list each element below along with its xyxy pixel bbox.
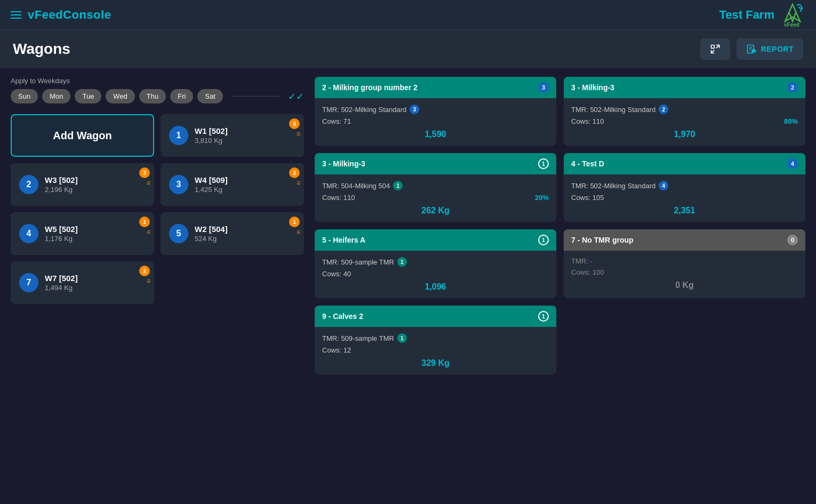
- group-card-3a[interactable]: 3 - Milking-3 2 TMR: 502-Milking Standar…: [564, 77, 805, 146]
- group-tmr-3b: TMR: 504-Milking 504: [322, 182, 390, 190]
- group-badge-9: 1: [538, 311, 549, 322]
- group-body-3a: TMR: 502-Milking Standard 2 Cows: 110 80…: [564, 98, 805, 146]
- wagon-card-3[interactable]: 3 W4 [509] 1,425 Kg 2 ≡: [161, 163, 304, 206]
- group-title-3a: 3 - Milking-3: [571, 83, 614, 92]
- report-button[interactable]: REPORT: [737, 38, 803, 60]
- group-tmr-badge-3b: 1: [393, 181, 403, 190]
- wagon-badge-5: 1 ≡: [289, 217, 300, 236]
- group-title-7: 7 - No TMR group: [571, 236, 634, 244]
- wagon-card-2[interactable]: 2 W3 [502] 2,196 Kg 3 ≡: [11, 163, 154, 206]
- weekday-mon[interactable]: Mon: [42, 89, 70, 103]
- wagon-number-2: 2: [19, 175, 38, 194]
- lines-icon-5: ≡: [297, 228, 300, 236]
- group-percent-3b: 20%: [535, 194, 549, 202]
- group-card-4[interactable]: 4 - Test D 4 TMR: 502-Milking Standard 4…: [564, 153, 805, 222]
- group-badge-3a: 2: [787, 82, 798, 93]
- group-cows-9: Cows: 12: [322, 346, 351, 354]
- group-tmr-row-4: TMR: 502-Milking Standard 4: [571, 181, 798, 190]
- wagon-badge-4: 1 ≡: [139, 217, 150, 236]
- app-title: vFeedConsole: [28, 8, 111, 22]
- group-tmr-badge-2: 3: [410, 105, 419, 114]
- group-amount-4: 2,351: [571, 206, 798, 215]
- group-tmr-4: TMR: 502-Milking Standard: [571, 182, 655, 190]
- top-navigation: vFeedConsole Test Farm vFeed: [0, 0, 816, 30]
- group-header-3a: 3 - Milking-3 2: [564, 77, 805, 98]
- wagon-number-1: 1: [169, 126, 188, 145]
- group-body-4: TMR: 502-Milking Standard 4 Cows: 105 2,…: [564, 174, 805, 222]
- group-tmr-3a: TMR: 502-Milking Standard: [571, 106, 655, 114]
- weekday-label: Apply to Weekdays: [11, 77, 304, 85]
- group-cows-2: Cows: 71: [322, 117, 351, 125]
- group-cows-5: Cows: 40: [322, 270, 351, 278]
- group-badge-5: 1: [538, 235, 549, 245]
- expand-button[interactable]: [700, 38, 730, 60]
- group-header-5: 5 - Heifers A 1: [315, 229, 556, 251]
- hamburger-icon[interactable]: [11, 11, 21, 19]
- group-cows-row-4: Cows: 105: [571, 194, 798, 202]
- group-tmr-badge-9: 1: [397, 333, 407, 343]
- wagon-card-1[interactable]: 1 W1 [502] 3,810 Kg 6 ≡: [161, 114, 304, 157]
- lines-icon-7: ≡: [147, 277, 150, 285]
- lines-icon-3: ≡: [297, 179, 300, 187]
- wagon-card-4[interactable]: 4 W5 [502] 1,176 Kg 1 ≡: [11, 212, 154, 255]
- svg-rect-1: [711, 45, 714, 49]
- wagon-weight-2: 2,196 Kg: [45, 186, 146, 194]
- group-card-9[interactable]: 9 - Calves 2 1 TMR: 509-sample TMR 1 Cow…: [315, 306, 556, 374]
- main-content: Apply to Weekdays Sun Mon Tue Wed Thu Fr…: [0, 68, 816, 383]
- weekday-fri[interactable]: Fri: [170, 89, 193, 103]
- right-panel: 2 - Milking group number 2 3 TMR: 502-Mi…: [315, 77, 805, 374]
- group-card-7[interactable]: 7 - No TMR group 0 TMR: - Cows: 100 0 Kg: [564, 229, 805, 298]
- group-title-2: 2 - Milking group number 2: [322, 83, 418, 92]
- wagon-number-7: 7: [19, 273, 38, 292]
- nav-right: Test Farm vFeed: [719, 2, 805, 28]
- wagon-number-5: 5: [169, 224, 188, 243]
- badge-count-2: 3: [139, 167, 150, 178]
- wagon-grid: Add Wagon 1 W1 [502] 3,810 Kg 6 ≡ 2 W3 […: [11, 114, 304, 304]
- wagon-card-7[interactable]: 7 W7 [502] 1,494 Kg 2 ≡: [11, 261, 154, 304]
- wagon-info-3: W4 [509] 1,425 Kg: [195, 175, 295, 194]
- group-body-7: TMR: - Cows: 100 0 Kg: [564, 251, 805, 297]
- group-cows-row-9: Cows: 12: [322, 346, 549, 354]
- wagon-name-7: W7 [502]: [45, 274, 146, 283]
- group-body-9: TMR: 509-sample TMR 1 Cows: 12 329 Kg: [315, 327, 556, 374]
- group-tmr-5: TMR: 509-sample TMR: [322, 258, 394, 266]
- farm-name: Test Farm: [719, 8, 774, 22]
- group-cows-row-7: Cows: 100: [571, 268, 798, 276]
- wagon-info-7: W7 [502] 1,494 Kg: [45, 274, 146, 292]
- group-amount-7: 0 Kg: [571, 281, 798, 290]
- group-card-5[interactable]: 5 - Heifers A 1 TMR: 509-sample TMR 1 Co…: [315, 229, 556, 298]
- group-body-3b: TMR: 504-Milking 504 1 Cows: 110 20% 262…: [315, 174, 556, 222]
- group-body-5: TMR: 509-sample TMR 1 Cows: 40 1,096: [315, 251, 556, 298]
- wagon-name-3: W4 [509]: [195, 175, 295, 185]
- group-tmr-row-5: TMR: 509-sample TMR 1: [322, 257, 549, 267]
- wagon-number-4: 4: [19, 224, 38, 243]
- group-cows-row-3b: Cows: 110 20%: [322, 194, 549, 202]
- group-cows-4: Cows: 105: [571, 194, 604, 202]
- group-tmr-row-9: TMR: 509-sample TMR 1: [322, 333, 549, 343]
- svg-text:vFeed: vFeed: [784, 22, 799, 28]
- group-header-4: 4 - Test D 4: [564, 153, 805, 174]
- lines-icon-4: ≡: [147, 228, 150, 236]
- wagon-card-5[interactable]: 5 W2 [504] 524 Kg 1 ≡: [161, 212, 304, 255]
- wagon-weight-7: 1,494 Kg: [45, 284, 146, 292]
- page-title: Wagons: [13, 41, 70, 58]
- weekday-sun[interactable]: Sun: [11, 89, 38, 103]
- group-card-2[interactable]: 2 - Milking group number 2 3 TMR: 502-Mi…: [315, 77, 556, 146]
- badge-count-1: 6: [289, 118, 300, 129]
- add-wagon-button[interactable]: Add Wagon: [11, 114, 154, 157]
- group-badge-2: 3: [538, 82, 549, 93]
- badge-count-7: 2: [139, 266, 150, 276]
- weekday-sat[interactable]: Sat: [197, 89, 223, 103]
- weekday-thu[interactable]: Thu: [139, 89, 166, 103]
- weekday-tue[interactable]: Tue: [75, 89, 101, 103]
- wagon-weight-1: 3,810 Kg: [195, 137, 295, 145]
- wagon-name-5: W2 [504]: [195, 225, 295, 234]
- group-tmr-badge-5: 1: [397, 257, 407, 267]
- group-title-9: 9 - Calves 2: [322, 312, 363, 321]
- group-card-3b[interactable]: 3 - Milking-3 1 TMR: 504-Milking 504 1 C…: [315, 153, 556, 222]
- weekday-wed[interactable]: Wed: [106, 89, 135, 103]
- group-cows-row-2: Cows: 71: [322, 117, 549, 125]
- wagon-name-4: W5 [502]: [45, 225, 146, 234]
- wagon-weight-4: 1,176 Kg: [45, 235, 146, 243]
- group-title-3b: 3 - Milking-3: [322, 159, 365, 168]
